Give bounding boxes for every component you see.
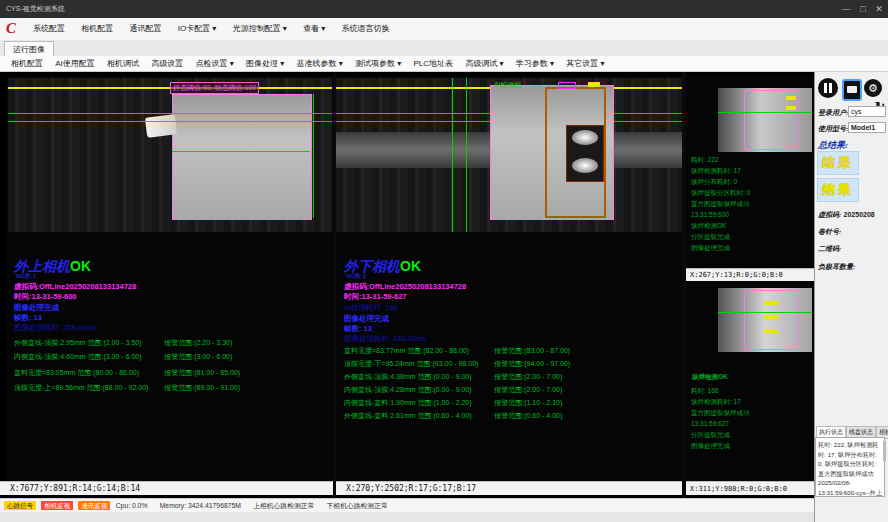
menu-view[interactable]: 查看 ▾ — [296, 18, 332, 40]
middle-frame-count: 帧数: 13 — [344, 324, 372, 334]
left-frame-count: 帧数: 13 — [14, 313, 42, 323]
measure-value: 外侧直线-顶膜:4.38mm 范围:(0.00 - 9.00) — [344, 372, 492, 382]
small-bottom-green-line — [718, 312, 812, 313]
small-top-camera-view[interactable]: 耗时: 222 纵焊检测耗时: 17 纵焊分布耗时: 0 纵焊提取分区耗时: 0… — [686, 76, 814, 268]
result-box-lower: 结果 — [817, 178, 859, 202]
small-bottom-pouch-box — [744, 290, 798, 350]
menu-items: 系统配置 相机配置 通讯配置 IO卡配置 ▾ 光源控制配置 ▾ 查看 ▾ 系统语… — [26, 18, 397, 40]
middle-camera-view[interactable]: AI检测框 外下相机OK NG数:0 虚拟码:OffLine2025020813… — [336, 76, 682, 481]
measure-value: 直料宽度=83.05mm 范围:(80.00 - 86.00) — [14, 368, 162, 378]
tool-learning-params[interactable]: 学习参数 ▾ — [511, 56, 559, 72]
alarm-range: 报警范围:(3.00 - 6.00) — [164, 352, 232, 362]
middle-measure-row: 外侧直线-顶膜:4.38mm 范围:(0.00 - 9.00) 报警范围:(2.… — [344, 372, 562, 382]
title-bar: CYS-视觉检测系统 — [0, 0, 888, 18]
left-camera-view[interactable]: 静态阈值:93, 动态阈值:100 外上相机OK NG数:1 虚拟码:OffLi… — [6, 76, 333, 481]
virtual-code-label: 虚拟码: — [818, 211, 841, 219]
small-bottom-cursor-readout: X:311;Y:980;R:0;G:0;B:0 — [686, 481, 814, 495]
tool-image-processing[interactable]: 图像处理 ▾ — [241, 56, 289, 72]
comm-monitor-badge: 通讯监视 — [78, 501, 110, 510]
middle-process-elapsed: 图像处理耗时: 140.00ms — [344, 334, 426, 344]
measure-value: 顶膜宽度-下=95.24mm 范围:(93.00 - 98.00) — [344, 359, 492, 369]
left-measure-row: 顶膜宽度-上=89.56mm 范围:(88.00 - 92.00) 报警范围:(… — [14, 383, 240, 393]
virtual-code-value: 20250208 — [844, 211, 875, 218]
middle-process-done: 图像处理完成 — [344, 314, 389, 324]
status-bar: 心跳信号 相机监视 通讯监视 Cpu: 0.0% Memory: 3424.41… — [0, 498, 814, 512]
minimize-button[interactable]: — — [838, 0, 854, 18]
menu-io-config[interactable]: IO卡配置 ▾ — [171, 18, 224, 40]
small-bottom-yellow-mark — [764, 315, 778, 319]
tool-advanced-debug[interactable]: 高级调试 ▾ — [460, 56, 508, 72]
middle-ai-elapsed: AI处理耗时: 166 — [344, 303, 398, 313]
tool-other-settings[interactable]: 其它设置 ▾ — [561, 56, 609, 72]
menu-system-config[interactable]: 系统配置 — [26, 18, 72, 40]
middle-weld-highlight-1 — [572, 130, 598, 145]
log-scrollbar[interactable] — [883, 440, 886, 462]
alarm-range: 报警范围:(2.00 - 7.00) — [494, 372, 562, 382]
bottom-margin — [0, 512, 814, 522]
left-green-vline — [313, 94, 314, 218]
tool-spot-check[interactable]: 点检设置 ▾ — [191, 56, 239, 72]
left-process-done: 图像处理完成 — [14, 303, 59, 313]
tool-plc-address[interactable]: PLC地址表 — [408, 56, 458, 72]
model-label: 使用型号: — [818, 124, 848, 134]
app-window: CYS-视觉检测系统 — □ ✕ C 系统配置 相机配置 通讯配置 IO卡配置 … — [0, 0, 888, 522]
camera-button[interactable] — [842, 79, 862, 101]
left-ng-count: NG数:1 — [16, 272, 36, 281]
left-virtual-code: 虚拟码:OffLine20250208133134728 — [14, 282, 136, 292]
small-top-cursor-readout: X:267;Y:13;R:0;G:0;B:0 — [686, 268, 814, 281]
left-measure-row: 直料宽度=83.05mm 范围:(80.00 - 86.00) 报警范围:(81… — [14, 368, 240, 378]
tool-baseline-params[interactable]: 基准线参数 ▾ — [291, 56, 347, 72]
model-field[interactable]: Model1 — [848, 122, 886, 133]
menu-language-switch[interactable]: 系统语言切换 — [335, 18, 397, 40]
middle-ai-label: AI检测框 — [494, 80, 522, 90]
alarm-range: 报警范围:(89.00 - 91.00) — [164, 383, 240, 393]
alarm-range: 报警范围:(81.00 - 85.00) — [164, 368, 240, 378]
exec-log-area[interactable]: 耗时: 222, 纵焊检测耗时: 17, 纵焊分布耗时: 0, 纵焊提取分区耗时… — [815, 437, 885, 497]
left-ok-status: OK — [70, 258, 91, 274]
measure-value: 内侧直线-顶膜:4.60mm 范围:(3.00 - 6.00) — [14, 352, 162, 362]
menu-camera-config[interactable]: 相机配置 — [74, 18, 120, 40]
left-green-line-3 — [172, 151, 310, 152]
alarm-range: 报警范围:(2.20 - 3.30) — [164, 338, 232, 348]
middle-magenta-mark — [558, 82, 576, 89]
alarm-range: 报警范围:(1.10 - 2.10) — [494, 398, 562, 408]
left-green-line-2 — [8, 121, 332, 122]
middle-green-vline-2 — [466, 78, 467, 232]
left-process-elapsed: 图像处理耗时: 258.00ms — [14, 323, 96, 333]
close-button[interactable]: ✕ — [871, 0, 887, 18]
heartbeat-badge: 心跳信号 — [4, 501, 36, 510]
upper-camera-heartbeat-msg: 上相机心跳检测正常 — [253, 502, 314, 509]
pin-number-label: 卷针号: — [818, 227, 841, 237]
app-logo-icon: C — [6, 20, 24, 38]
result-box-upper: 结果 — [817, 151, 859, 175]
panel-divider — [333, 72, 336, 498]
camera-monitor-badge: 相机监视 — [41, 501, 73, 510]
middle-measure-row: 内侧直线-直料:1.90mm 范围:(1.00 - 2.20) 报警范围:(1.… — [344, 398, 562, 408]
small-bottom-yellow-mark — [764, 301, 778, 305]
tab-run-image[interactable]: 运行图像 — [4, 41, 54, 57]
left-timestamp: 时间:13-31-59-600 — [14, 292, 77, 302]
gear-icon: ⚙ — [868, 82, 878, 94]
tool-ai-usage-config[interactable]: AI使用配置 — [50, 56, 100, 72]
pause-button[interactable] — [818, 78, 838, 98]
settings-button[interactable]: ⚙ — [864, 79, 882, 97]
tool-camera-debug[interactable]: 相机调试 — [102, 56, 144, 72]
tool-test-params[interactable]: 测试项参数 ▾ — [350, 56, 406, 72]
small-bottom-camera-view[interactable]: 纵焊检测OK 耗时: 166 纵焊检测耗时: 17 直方图提取纵焊成功 13:3… — [686, 281, 814, 481]
window-title: CYS-视觉检测系统 — [6, 5, 65, 12]
maximize-button[interactable]: □ — [855, 0, 871, 18]
camera-icon — [847, 86, 857, 93]
left-cursor-readout: X:7677;Y:891;R:14;G:14;B:14 — [0, 481, 334, 495]
middle-cursor-readout: X:270;Y:2502;R:17;G:17;B:17 — [336, 481, 682, 495]
cpu-usage: Cpu: 0.0% — [116, 502, 148, 509]
left-tab-object — [145, 114, 177, 138]
virtual-code-row: 虚拟码: 20250208 — [818, 210, 875, 220]
small-bottom-log-line: 图像处理完成 — [691, 440, 730, 452]
menu-light-config[interactable]: 光源控制配置 ▾ — [226, 18, 294, 40]
tool-advanced-settings[interactable]: 高级设置 — [146, 56, 188, 72]
tool-camera-config[interactable]: 相机配置 — [6, 56, 48, 72]
measure-value: 内侧直线-直料:1.90mm 范围:(1.00 - 2.20) — [344, 398, 492, 408]
login-user-label: 登录用户: — [818, 108, 848, 118]
menu-comm-config[interactable]: 通讯配置 — [122, 18, 168, 40]
login-user-field[interactable]: cys — [848, 106, 886, 117]
